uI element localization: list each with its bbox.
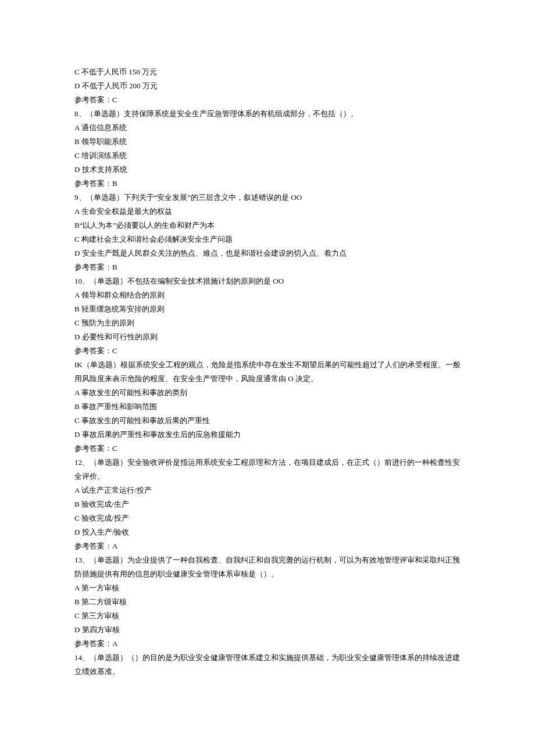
text-line: B“以人为本”必须要以人的生命和财产为本 bbox=[74, 218, 461, 232]
text-line: D 技术支持系统 bbox=[74, 163, 461, 177]
text-line: 参考答案：B bbox=[74, 260, 461, 274]
text-line: 14、（单选题）（）的目的是为职业安全健康管理体系建立和实施提供基础，为职业安全… bbox=[74, 651, 461, 679]
text-line: D 事故后果的严重性和事故发生后的应急救援能力 bbox=[74, 428, 461, 442]
text-line: C 事故发生的可能性和事故后果的严重性 bbox=[74, 414, 461, 428]
text-line: C 验收完成/投产 bbox=[74, 511, 461, 525]
text-line: D 安全生产既是人民群众关注的热点、难点，也是和谐社会建设的切入点、着力点 bbox=[74, 246, 461, 260]
text-line: D 第四方审核 bbox=[74, 623, 461, 637]
text-line: D 不低于人民币 200 万元 bbox=[74, 79, 461, 93]
text-line: 参考答案：B bbox=[74, 177, 461, 191]
text-line: B 轻重缓急统筹安排的原则 bbox=[74, 302, 461, 316]
text-line: 参考答案：C bbox=[74, 93, 461, 107]
text-line: A 通信信息系统 bbox=[74, 121, 461, 135]
text-line: A 第一方审核 bbox=[74, 581, 461, 595]
document-page: C 不低于人民币 150 万元 D 不低于人民币 200 万元 参考答案：C 8… bbox=[0, 0, 535, 702]
text-line: 参考答案：A bbox=[74, 637, 461, 651]
text-line: 10、（单选题）不包括在编制安全技术措施计划的原则的是 OO bbox=[74, 274, 461, 288]
text-line: C 不低于人民币 150 万元 bbox=[74, 65, 461, 79]
text-line: B 验收完成/生产 bbox=[74, 497, 461, 511]
text-line: C 第三方审核 bbox=[74, 609, 461, 623]
text-line: C 构建社会主义和谐社会必须解决安全生产问题 bbox=[74, 232, 461, 246]
text-line: D 必要性和可行性的原则 bbox=[74, 330, 461, 344]
text-line: C 预防为主的原则 bbox=[74, 316, 461, 330]
text-line: B 事故严重性和影响范围 bbox=[74, 400, 461, 414]
text-line: A 领导和群众相结合的原则 bbox=[74, 288, 461, 302]
text-line: A 试生产正常运行/投产 bbox=[74, 483, 461, 497]
text-line: A 事故发生的可能性和事故的类别 bbox=[74, 386, 461, 400]
text-line: D 投入生产/验收 bbox=[74, 525, 461, 539]
text-line: 8、（单选题）支持保障系统是安全生产应急管理体系的有机组成部分，不包括（）。 bbox=[74, 107, 461, 121]
text-line: 参考答案：A bbox=[74, 539, 461, 553]
text-line: C 培训演练系统 bbox=[74, 149, 461, 163]
text-line: 参考答案：C bbox=[74, 442, 461, 456]
text-line: B 领导职能系统 bbox=[74, 135, 461, 149]
text-line: 13、（单选题）为企业提供了一种自我检查、自我纠正和自我完善的运行机制，可以为有… bbox=[74, 553, 461, 581]
text-line: A 生命安全权益是最大的权益 bbox=[74, 205, 461, 218]
text-line: 参考答案：C bbox=[74, 344, 461, 358]
text-line: B 第二方级审核 bbox=[74, 595, 461, 609]
text-line: 12、（单选题）安全验收评价是指运用系统安全工程原理和方法，在项目建成后，在正式… bbox=[74, 456, 461, 483]
text-line: IK（单选题）根据系统安全工程的观点，危险是指系统中存在发生不期望后果的可能性超… bbox=[74, 358, 461, 386]
text-line: 9、（单选题）下列关于“安全发展”的三层含义中，叙述错误的是 OO bbox=[74, 191, 461, 205]
